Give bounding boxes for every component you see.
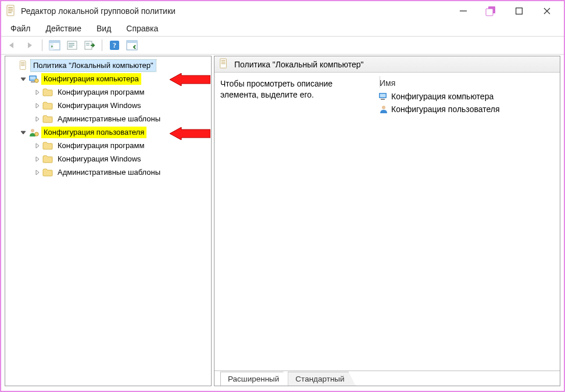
toolbar-separator [42, 39, 42, 51]
tree-windows-settings[interactable]: Конфигурация Windows [5, 152, 211, 166]
svg-rect-35 [221, 62, 226, 62]
menubar: Файл Действие Вид Справка [1, 21, 564, 36]
tree-root-label: Политика "Локальный компьютер" [33, 61, 153, 70]
help-button[interactable]: ? [107, 38, 122, 52]
forward-button[interactable] [22, 38, 37, 52]
tree-admin-templates[interactable]: Административные шаблоны [5, 166, 211, 179]
user-icon [28, 127, 39, 138]
maximize-button[interactable] [506, 3, 532, 19]
tabs-divider [214, 371, 560, 371]
svg-rect-25 [21, 63, 25, 64]
svg-rect-4 [8, 12, 12, 13]
tree-item-label: Конфигурация программ [58, 88, 144, 96]
toolbar: ? [1, 36, 564, 55]
tree-item-label: Административные шаблоны [58, 168, 160, 177]
tree-item-label: Конфигурация пользователя [44, 128, 144, 136]
minimize-button[interactable] [450, 3, 477, 19]
svg-rect-8 [516, 8, 523, 15]
tree-computer-config[interactable]: Конфигурация компьютера [5, 72, 211, 85]
svg-rect-15 [69, 46, 73, 47]
svg-rect-5 [460, 10, 467, 11]
menu-help[interactable]: Справка [120, 22, 164, 35]
folder-icon [42, 141, 53, 151]
tree-item-label: Конфигурация компьютера [44, 74, 139, 83]
menu-file[interactable]: Файл [5, 22, 36, 35]
collapse-icon[interactable] [19, 75, 27, 83]
folder-icon [42, 114, 53, 124]
workspace: Политика "Локальный компьютер" Конфигура… [1, 55, 564, 390]
list-item[interactable]: Конфигурация пользователя [377, 103, 554, 116]
window-controls [450, 3, 560, 19]
blank-twisty [9, 62, 17, 70]
window-title: Редактор локальной групповой политики [21, 6, 450, 16]
folder-icon [42, 100, 53, 111]
tree-item-label: Конфигурация Windows [58, 154, 141, 163]
expand-icon[interactable] [33, 155, 41, 163]
svg-point-32 [35, 132, 38, 135]
folder-icon [42, 167, 53, 178]
tree-user-config[interactable]: Конфигурация пользователя [5, 125, 211, 139]
svg-rect-28 [30, 76, 36, 80]
tree-item-label: Административные шаблоны [58, 114, 160, 123]
expand-icon[interactable] [33, 102, 41, 110]
folder-icon [42, 154, 53, 164]
column-header-name[interactable]: Имя [377, 78, 554, 90]
svg-rect-22 [127, 41, 137, 43]
tabs-strip: Расширенный Стандартный [214, 368, 560, 386]
properties-button[interactable] [65, 38, 80, 52]
svg-rect-36 [221, 63, 226, 64]
show-hide-tree-button[interactable] [47, 38, 62, 52]
svg-rect-2 [8, 9, 13, 10]
svg-rect-17 [86, 43, 90, 44]
tree-windows-settings[interactable]: Конфигурация Windows [5, 99, 211, 112]
svg-rect-7 [486, 9, 493, 16]
list-item-label: Конфигурация компьютера [391, 92, 494, 101]
tab-standard[interactable]: Стандартный [288, 372, 355, 386]
list-item[interactable]: Конфигурация компьютера [377, 90, 554, 103]
tree-item-label: Конфигурация программ [58, 141, 144, 150]
tree-software-settings[interactable]: Конфигурация программ [5, 85, 211, 99]
svg-rect-14 [69, 45, 74, 45]
menu-view[interactable]: Вид [91, 22, 117, 35]
details-header-title: Политика "Локальный компьютер" [234, 60, 364, 69]
svg-point-30 [35, 78, 38, 82]
details-body: Чтобы просмотреть описание элемента, выд… [214, 73, 560, 368]
svg-rect-38 [380, 94, 386, 98]
export-button[interactable] [82, 38, 97, 52]
titlebar: Редактор локальной групповой политики [1, 1, 564, 21]
svg-point-31 [31, 129, 34, 132]
menu-action[interactable]: Действие [40, 22, 87, 35]
policy-tree: Политика "Локальный компьютер" Конфигура… [5, 57, 211, 180]
svg-rect-39 [381, 99, 385, 100]
details-list: Имя Конфигурация компьютера Конфигурация… [377, 78, 554, 366]
svg-rect-3 [8, 10, 13, 12]
toolbar-separator [102, 39, 102, 51]
tree-software-settings[interactable]: Конфигурация программ [5, 139, 211, 152]
svg-rect-18 [86, 45, 90, 45]
svg-rect-26 [21, 65, 25, 66]
svg-rect-10 [49, 41, 60, 43]
tree-pane: Политика "Локальный компьютер" Конфигура… [5, 56, 212, 386]
tree-admin-templates[interactable]: Административные шаблоны [5, 112, 211, 125]
back-button[interactable] [5, 38, 20, 52]
collapse-icon[interactable] [19, 128, 27, 136]
policy-doc-icon [219, 58, 230, 71]
expand-icon[interactable] [33, 88, 41, 96]
filter-button[interactable] [124, 38, 140, 52]
details-pane: Политика "Локальный компьютер" Чтобы про… [214, 56, 560, 386]
svg-point-40 [382, 106, 385, 109]
policy-doc-icon [18, 60, 28, 71]
tab-extended[interactable]: Расширенный [220, 372, 290, 386]
details-header: Политика "Локальный компьютер" [214, 56, 560, 73]
close-button[interactable] [534, 3, 560, 19]
computer-icon [378, 91, 389, 102]
expand-icon[interactable] [33, 168, 41, 177]
tree-root[interactable]: Политика "Локальный компьютер" [5, 59, 211, 72]
expand-icon[interactable] [33, 142, 41, 150]
tab-label: Стандартный [295, 375, 344, 383]
svg-rect-29 [31, 81, 35, 82]
user-icon [378, 104, 389, 114]
list-item-label: Конфигурация пользователя [391, 105, 500, 114]
folder-icon [42, 87, 53, 98]
expand-icon[interactable] [33, 115, 41, 123]
